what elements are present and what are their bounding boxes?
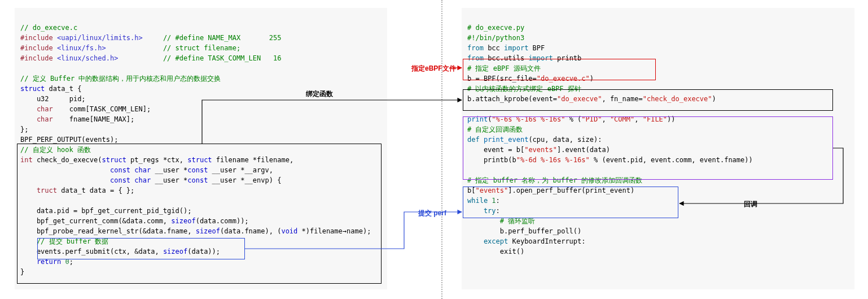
py-token: print <box>467 115 488 123</box>
py-token: printb(b <box>467 156 516 164</box>
c-comment: // struct filename; <box>163 44 240 52</box>
c-token: void <box>281 227 297 235</box>
py-token: try <box>467 207 496 215</box>
c-token: <linux/sched.h> <box>57 54 118 62</box>
c-line: BPF_PERF_OUTPUT(events); <box>20 136 118 144</box>
py-token: "do_execve.c" <box>537 75 590 83</box>
c-token: (data.comm)); <box>196 217 249 225</box>
py-token: def <box>467 136 480 144</box>
label-specify-ebpf-file: 指定eBPF文件 <box>411 63 456 73</box>
c-token: #include <box>20 44 53 52</box>
py-token: , <box>634 115 642 123</box>
py-token: printb <box>553 54 582 62</box>
py-token: % ( <box>565 115 581 123</box>
c-token: sizeof <box>171 217 195 225</box>
py-comment: # 以内核函数的方式绑定 eBPF 探针 <box>467 85 581 93</box>
right-code-panel: # do_execve.py #!/bin/python3 from bcc i… <box>462 8 854 289</box>
py-comment: # do_execve.py <box>467 24 524 32</box>
py-comment: #!/bin/python3 <box>467 34 524 42</box>
c-token: const char <box>110 166 151 174</box>
py-token: event = b[ <box>467 146 524 154</box>
py-token: ].open_perf_buffer(print_event) <box>508 187 634 194</box>
c-token: struct <box>102 156 126 164</box>
c-token: __user *__argv, <box>208 166 273 174</box>
py-token: "events" <box>524 146 557 154</box>
c-token: const <box>187 176 208 184</box>
c-comment: // do_execve.c <box>20 24 77 32</box>
c-token: pt_regs *ctx, <box>126 156 187 164</box>
c-token: return <box>20 258 61 266</box>
c-token: truct <box>20 187 57 194</box>
c-token: ; <box>69 258 73 266</box>
py-token: ) <box>712 95 716 103</box>
py-token: "events" <box>475 187 508 194</box>
c-token <box>20 176 110 184</box>
c-token: comm[TASK_COMM_LEN]; <box>53 105 151 113</box>
py-token: b.attach_kprobe(event= <box>467 95 557 103</box>
py-token: 1 <box>488 197 496 205</box>
c-comment: // 定义 Buffer 中的数据结构，用于内核态和用户态的数据交换 <box>20 75 221 83</box>
py-token: bcc <box>484 44 504 52</box>
py-line: exit() <box>467 248 524 255</box>
py-token: "COMM" <box>610 115 634 123</box>
py-token: from <box>467 44 484 52</box>
py-token: , fn_name= <box>602 95 642 103</box>
c-token: <uapi/linux/limits.h> <box>57 34 143 42</box>
py-token: from <box>467 54 484 62</box>
c-line: } <box>20 268 24 276</box>
c-token: const char <box>110 176 151 184</box>
c-token: int <box>20 156 33 164</box>
py-token: (cpu, data, size): <box>528 136 602 144</box>
py-token: "PID" <box>581 115 602 123</box>
py-token: "FILE" <box>643 115 667 123</box>
c-token: const <box>187 166 208 174</box>
c-line: u32 pid; <box>20 95 86 103</box>
py-token: "%-6d %-16s %-16s" <box>516 156 590 164</box>
py-token: : <box>496 197 500 205</box>
c-comment: // 提交 buffer 数据 <box>20 237 108 245</box>
c-token: check_do_execve( <box>33 156 102 164</box>
py-comment: # 自定义回调函数 <box>467 125 523 133</box>
c-comment: // 自定义 hook 函数 <box>20 146 91 154</box>
c-token: data_t { <box>45 85 81 93</box>
py-token: bcc.utils <box>484 54 528 62</box>
py-token: : <box>496 207 500 215</box>
py-token: % (event.pid, event.comm, event.fname)) <box>590 156 753 164</box>
c-token: sizeof <box>196 227 220 235</box>
py-token: import <box>504 44 528 52</box>
c-token: bpf_get_current_comm(&data.comm, <box>20 217 171 225</box>
py-comment: # 循环监听 <box>467 217 535 225</box>
label-callback: 回调 <box>744 199 757 209</box>
py-token: )) <box>667 115 675 123</box>
py-token: ) <box>590 75 594 83</box>
c-token: (data.fname), ( <box>220 227 281 235</box>
c-token: __user *__envp) { <box>208 176 281 184</box>
py-token: , <box>602 115 610 123</box>
c-token: #include <box>20 34 53 42</box>
py-token: except <box>467 237 508 245</box>
vertical-divider <box>441 0 442 299</box>
py-line: b.perf_buffer_poll() <box>467 227 581 235</box>
py-token: while <box>467 197 488 205</box>
label-bind-fn: 绑定函数 <box>306 89 333 99</box>
c-line: }; <box>20 125 28 133</box>
c-token: fname[NAME_MAX]; <box>53 115 135 123</box>
c-line: data.pid = bpf_get_current_pid_tgid(); <box>20 207 191 215</box>
py-token: import <box>528 54 553 62</box>
py-token: print_event <box>480 136 529 144</box>
c-token: __user * <box>151 166 187 174</box>
c-token: sizeof <box>163 248 187 255</box>
c-token: *)filename→name); <box>297 227 371 235</box>
py-token: KeyboardInterrupt: <box>508 237 585 245</box>
c-token: char <box>20 115 53 123</box>
py-token: b[ <box>467 187 475 194</box>
c-token: #include <box>20 54 53 62</box>
py-token: "do_execve" <box>557 95 602 103</box>
c-token: bpf_probe_read_kernel_str(&data.fname, <box>20 227 196 235</box>
c-token: data_t data = { }; <box>57 187 134 194</box>
left-code-panel: // do_execve.c #include <uapi/linux/limi… <box>15 8 387 289</box>
c-token: char <box>20 105 53 113</box>
c-comment: // #define TASK_COMM_LEN 16 <box>163 54 282 62</box>
py-token: BPF <box>528 44 545 52</box>
py-comment: # 指定 eBPF 源码文件 <box>467 64 541 72</box>
